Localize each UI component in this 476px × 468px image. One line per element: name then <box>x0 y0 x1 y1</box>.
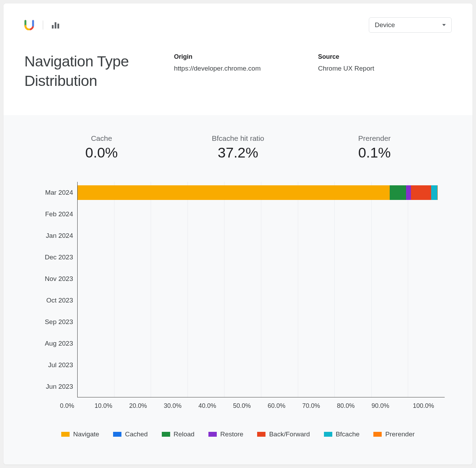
header-section: Device Navigation Type Distribution Orig… <box>3 3 473 115</box>
y-axis-tick: Jun 2023 <box>35 376 73 397</box>
x-axis-tick: 80.0% <box>337 402 372 410</box>
metric-value: 0.0% <box>85 145 118 161</box>
y-axis-tick: Jan 2024 <box>35 225 73 247</box>
crux-logo-icon <box>24 20 34 30</box>
x-axis: 0.0%10.0%20.0%30.0%40.0%50.0%60.0%70.0%8… <box>77 402 445 410</box>
bar-segment <box>411 185 431 200</box>
bar-stack <box>78 272 445 286</box>
bar-stack <box>78 228 445 243</box>
source-block: Source Chrome UX Report <box>318 52 452 72</box>
chart-section: Cache 0.0% Bfcache hit ratio 37.2% Prere… <box>3 115 473 465</box>
bar-stack <box>78 250 445 265</box>
topbar: Device <box>24 17 452 33</box>
x-axis-tick: 100.0% <box>413 402 434 410</box>
metric-label: Cache <box>85 134 118 143</box>
legend-swatch <box>208 432 217 437</box>
chevron-down-icon <box>442 24 446 26</box>
chart-wrap: Mar 2024Feb 2024Jan 2024Dec 2023Nov 2023… <box>38 182 445 410</box>
bar-row <box>78 354 445 376</box>
device-dropdown-label: Device <box>375 21 395 29</box>
y-axis-tick: Jul 2023 <box>35 354 73 376</box>
bar-segment <box>390 185 406 200</box>
bar-row <box>78 225 445 247</box>
report-page: Device Navigation Type Distribution Orig… <box>3 3 473 465</box>
bar-chart-icon <box>52 22 59 29</box>
legend-label: Bfcache <box>336 430 360 438</box>
legend-item[interactable]: Cached <box>113 430 148 438</box>
bar-stack <box>78 358 445 372</box>
source-label: Source <box>318 53 452 60</box>
bars-container <box>78 182 445 397</box>
metrics-row: Cache 0.0% Bfcache hit ratio 37.2% Prere… <box>17 134 459 161</box>
legend-item[interactable]: Back/Forward <box>257 430 310 438</box>
metric-label: Prerender <box>358 134 390 143</box>
bar-stack <box>78 207 445 221</box>
legend-swatch <box>324 432 332 437</box>
legend-item[interactable]: Navigate <box>61 430 99 438</box>
origin-value: https://developer.chrome.com <box>174 65 308 72</box>
bar-segment <box>406 185 411 200</box>
x-axis-tick: 30.0% <box>164 402 199 410</box>
x-axis-tick: 50.0% <box>233 402 268 410</box>
legend-swatch <box>257 432 265 437</box>
x-axis-tick: 90.0% <box>372 402 406 410</box>
x-axis-tick: 60.0% <box>268 402 302 410</box>
legend-label: Prerender <box>385 430 415 438</box>
bar-row <box>78 268 445 290</box>
legend-label: Back/Forward <box>269 430 310 438</box>
bar-row <box>78 203 445 225</box>
legend-item[interactable]: Restore <box>208 430 244 438</box>
title-row: Navigation Type Distribution Origin http… <box>24 52 452 91</box>
device-dropdown[interactable]: Device <box>369 17 452 33</box>
legend-swatch <box>61 432 70 437</box>
bar-row <box>78 311 445 333</box>
y-axis-tick: Sep 2023 <box>35 311 73 333</box>
metric-value: 0.1% <box>358 145 390 161</box>
page-title: Navigation Type Distribution <box>24 52 164 91</box>
x-axis-tick: 10.0% <box>95 402 129 410</box>
source-value: Chrome UX Report <box>318 65 452 72</box>
x-axis-tick: 0.0% <box>60 402 95 410</box>
legend-swatch <box>162 432 170 437</box>
origin-label: Origin <box>174 53 308 60</box>
vertical-divider <box>43 21 43 30</box>
legend-label: Navigate <box>73 430 99 438</box>
bar-row <box>78 333 445 354</box>
y-axis-tick: Dec 2023 <box>35 247 73 268</box>
y-axis-tick: Nov 2023 <box>35 268 73 290</box>
legend: NavigateCachedReloadRestoreBack/ForwardB… <box>17 430 459 438</box>
legend-swatch <box>373 432 382 437</box>
metric-prerender: Prerender 0.1% <box>358 134 390 161</box>
y-axis-tick: Feb 2024 <box>35 203 73 225</box>
metric-value: 37.2% <box>212 145 264 161</box>
legend-swatch <box>113 432 121 437</box>
legend-item[interactable]: Reload <box>162 430 195 438</box>
x-axis-tick: 40.0% <box>198 402 233 410</box>
bar-stack <box>78 336 445 351</box>
x-axis-tick: 20.0% <box>129 402 164 410</box>
bar-stack <box>78 185 445 200</box>
metric-label: Bfcache hit ratio <box>212 134 264 143</box>
origin-block: Origin https://developer.chrome.com <box>174 52 308 72</box>
topbar-left <box>24 20 59 30</box>
plot-area <box>77 182 445 397</box>
y-axis-tick: Mar 2024 <box>35 182 73 203</box>
bar-segment <box>431 185 437 200</box>
legend-item[interactable]: Prerender <box>373 430 415 438</box>
bar-stack <box>78 293 445 308</box>
bar-row <box>78 247 445 268</box>
y-axis-labels: Mar 2024Feb 2024Jan 2024Dec 2023Nov 2023… <box>35 182 73 397</box>
bar-row <box>78 290 445 311</box>
bar-row <box>78 182 445 203</box>
legend-item[interactable]: Bfcache <box>324 430 360 438</box>
metric-cache: Cache 0.0% <box>85 134 118 161</box>
bar-row <box>78 376 445 397</box>
y-axis-tick: Aug 2023 <box>35 333 73 354</box>
x-axis-tick: 70.0% <box>302 402 337 410</box>
legend-label: Cached <box>125 430 148 438</box>
bar-segment <box>437 185 438 200</box>
y-axis-tick: Oct 2023 <box>35 290 73 311</box>
legend-label: Reload <box>174 430 195 438</box>
metric-bfcache-ratio: Bfcache hit ratio 37.2% <box>212 134 264 161</box>
bar-stack <box>78 315 445 329</box>
